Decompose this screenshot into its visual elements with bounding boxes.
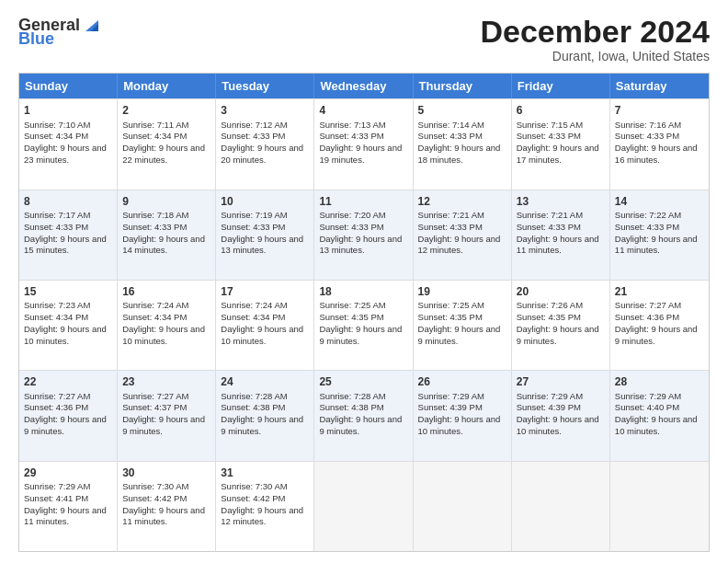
day-9: 9 Sunrise: 7:18 AM Sunset: 4:33 PM Dayli…	[118, 190, 216, 280]
calendar: Sunday Monday Tuesday Wednesday Thursday…	[18, 73, 710, 552]
header-thursday: Thursday	[414, 74, 512, 98]
header-sunday: Sunday	[19, 74, 118, 98]
day-24: 24 Sunrise: 7:28 AM Sunset: 4:38 PM Dayl…	[216, 371, 314, 460]
day-16: 16 Sunrise: 7:24 AM Sunset: 4:34 PM Dayl…	[118, 281, 216, 370]
day-10: 10 Sunrise: 7:19 AM Sunset: 4:33 PM Dayl…	[216, 190, 314, 280]
day-26: 26 Sunrise: 7:29 AM Sunset: 4:39 PM Dayl…	[414, 371, 512, 460]
day-19: 19 Sunrise: 7:25 AM Sunset: 4:35 PM Dayl…	[414, 281, 512, 370]
day-18: 18 Sunrise: 7:25 AM Sunset: 4:35 PM Dayl…	[314, 281, 413, 370]
day-4: 4 Sunrise: 7:13 AM Sunset: 4:33 PM Dayli…	[314, 99, 413, 189]
logo-blue: Blue	[18, 29, 54, 49]
week-row-2: 8 Sunrise: 7:17 AM Sunset: 4:33 PM Dayli…	[19, 190, 709, 280]
day-12: 12 Sunrise: 7:21 AM Sunset: 4:33 PM Dayl…	[414, 190, 512, 280]
day-25: 25 Sunrise: 7:28 AM Sunset: 4:38 PM Dayl…	[314, 371, 413, 460]
location-title: Durant, Iowa, United States	[480, 49, 710, 63]
day-23: 23 Sunrise: 7:27 AM Sunset: 4:37 PM Dayl…	[118, 371, 216, 460]
day-21: 21 Sunrise: 7:27 AM Sunset: 4:36 PM Dayl…	[610, 281, 709, 370]
week-row-5: 29 Sunrise: 7:29 AM Sunset: 4:41 PM Dayl…	[19, 461, 709, 551]
day-28: 28 Sunrise: 7:29 AM Sunset: 4:40 PM Dayl…	[610, 371, 709, 460]
week-row-3: 15 Sunrise: 7:23 AM Sunset: 4:34 PM Dayl…	[19, 280, 709, 370]
week-row-4: 22 Sunrise: 7:27 AM Sunset: 4:36 PM Dayl…	[19, 370, 709, 460]
logo-icon	[82, 15, 102, 35]
day-29: 29 Sunrise: 7:29 AM Sunset: 4:41 PM Dayl…	[19, 462, 118, 551]
day-5: 5 Sunrise: 7:14 AM Sunset: 4:33 PM Dayli…	[414, 99, 512, 189]
day-11: 11 Sunrise: 7:20 AM Sunset: 4:33 PM Dayl…	[314, 190, 413, 280]
title-block: December 2024 Durant, Iowa, United State…	[480, 15, 710, 63]
day-31: 31 Sunrise: 7:30 AM Sunset: 4:42 PM Dayl…	[216, 462, 314, 551]
header-friday: Friday	[512, 74, 610, 98]
calendar-body: 1 Sunrise: 7:10 AM Sunset: 4:34 PM Dayli…	[19, 98, 709, 551]
day-17: 17 Sunrise: 7:24 AM Sunset: 4:34 PM Dayl…	[216, 281, 314, 370]
empty-3	[512, 462, 610, 551]
day-7: 7 Sunrise: 7:16 AM Sunset: 4:33 PM Dayli…	[610, 99, 709, 189]
header: General Blue December 2024 Durant, Iowa,…	[18, 15, 710, 63]
empty-1	[314, 462, 413, 551]
header-saturday: Saturday	[610, 74, 709, 98]
calendar-header: Sunday Monday Tuesday Wednesday Thursday…	[19, 74, 709, 98]
month-title: December 2024	[480, 15, 710, 49]
day-27: 27 Sunrise: 7:29 AM Sunset: 4:39 PM Dayl…	[512, 371, 610, 460]
day-15: 15 Sunrise: 7:23 AM Sunset: 4:34 PM Dayl…	[19, 281, 118, 370]
day-13: 13 Sunrise: 7:21 AM Sunset: 4:33 PM Dayl…	[512, 190, 610, 280]
empty-4	[610, 462, 709, 551]
day-6: 6 Sunrise: 7:15 AM Sunset: 4:33 PM Dayli…	[512, 99, 610, 189]
day-2: 2 Sunrise: 7:11 AM Sunset: 4:34 PM Dayli…	[118, 99, 216, 189]
page: General Blue December 2024 Durant, Iowa,…	[0, 0, 728, 563]
header-tuesday: Tuesday	[216, 74, 314, 98]
header-wednesday: Wednesday	[314, 74, 413, 98]
day-3: 3 Sunrise: 7:12 AM Sunset: 4:33 PM Dayli…	[216, 99, 314, 189]
day-30: 30 Sunrise: 7:30 AM Sunset: 4:42 PM Dayl…	[118, 462, 216, 551]
day-22: 22 Sunrise: 7:27 AM Sunset: 4:36 PM Dayl…	[19, 371, 118, 460]
day-8: 8 Sunrise: 7:17 AM Sunset: 4:33 PM Dayli…	[19, 190, 118, 280]
day-14: 14 Sunrise: 7:22 AM Sunset: 4:33 PM Dayl…	[610, 190, 709, 280]
day-20: 20 Sunrise: 7:26 AM Sunset: 4:35 PM Dayl…	[512, 281, 610, 370]
header-monday: Monday	[118, 74, 216, 98]
empty-2	[414, 462, 512, 551]
week-row-1: 1 Sunrise: 7:10 AM Sunset: 4:34 PM Dayli…	[19, 98, 709, 189]
logo: General Blue	[18, 15, 102, 49]
day-1: 1 Sunrise: 7:10 AM Sunset: 4:34 PM Dayli…	[19, 99, 118, 189]
